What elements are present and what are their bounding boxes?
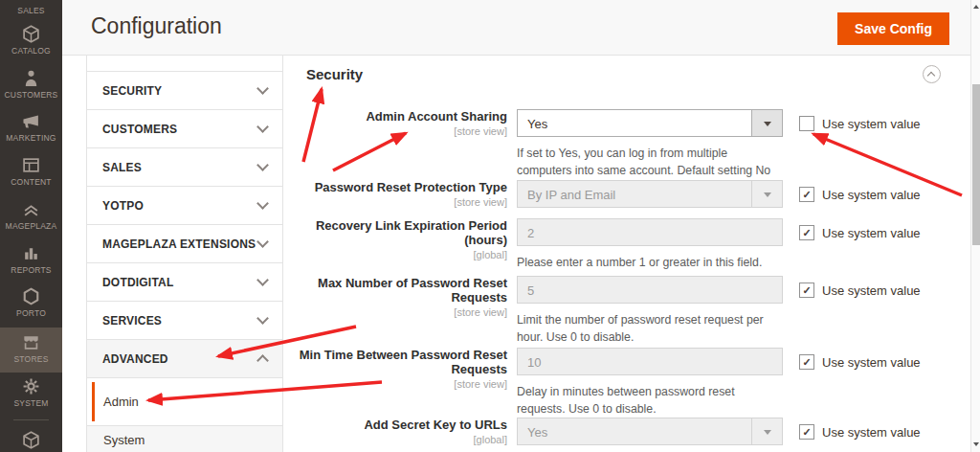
sidebar-item-customers[interactable]: CUSTOMERS	[0, 69, 62, 100]
select-value: Yes	[527, 116, 547, 130]
checkbox-checked[interactable]: ✓	[799, 424, 814, 440]
chevron-down-icon	[256, 197, 269, 210]
admin-account-sharing-select[interactable]: Yes	[517, 109, 783, 137]
config-sections-nav: SECURITY CUSTOMERS SALES YOTPO MAGEPLAZA…	[86, 56, 283, 452]
chevron-up-icon	[256, 354, 269, 367]
checkbox-label: Use system value	[822, 283, 921, 298]
chevron-down-icon	[256, 236, 269, 248]
section-label: DOTDIGITAL	[102, 276, 173, 289]
sidebar-item-label: CONTENT	[0, 177, 62, 187]
use-system-value-toggle[interactable]: ✓ Use system value	[799, 225, 921, 240]
config-section-mageplaza-extensions[interactable]: MAGEPLAZA EXTENSIONS	[87, 225, 282, 263]
max-password-reset-requests-input: 5	[517, 276, 783, 304]
input-value: 10	[527, 354, 541, 369]
mageplaza-icon	[0, 200, 62, 218]
sidebar-item-system[interactable]: SYSTEM	[0, 377, 62, 408]
sidebar-item-label: STORES	[0, 354, 62, 364]
select-value: Yes	[527, 424, 547, 439]
scrollbar-thumb[interactable]	[972, 84, 980, 245]
sidebar-item-reports[interactable]: REPORTS	[0, 244, 62, 275]
chevron-up-icon	[926, 71, 934, 79]
field-label: Password Reset Protection Type	[287, 180, 507, 194]
porto-icon	[0, 287, 62, 305]
config-section-sales[interactable]: SALES	[87, 148, 282, 187]
config-section-yotpo[interactable]: YOTPO	[87, 187, 282, 225]
section-label: YOTPO	[102, 199, 144, 213]
recovery-link-expiration-input: 2	[517, 218, 783, 246]
collapse-section-button[interactable]	[923, 65, 941, 83]
catalog-icon	[0, 25, 62, 43]
input-value: 2	[527, 225, 534, 239]
checkbox-label: Use system value	[822, 355, 921, 370]
caret-down-icon	[764, 122, 771, 126]
checkbox-checked[interactable]: ✓	[799, 282, 814, 298]
sidebar-item-stores[interactable]: STORES	[0, 333, 62, 364]
form-section-title: Security	[306, 66, 363, 82]
stores-icon	[0, 333, 62, 351]
sidebar-item-label: PORTO	[0, 308, 62, 318]
config-section-services[interactable]: SERVICES	[87, 302, 282, 340]
select-arrow-button[interactable]	[751, 110, 782, 136]
checkbox-label: Use system value	[822, 226, 921, 240]
field-scope: [global]	[287, 434, 507, 445]
save-config-button[interactable]: Save Config	[837, 12, 949, 45]
use-system-value-toggle[interactable]: Use system value	[799, 116, 921, 131]
checkbox-unchecked[interactable]	[799, 116, 814, 131]
field-scope: [store view]	[287, 196, 507, 208]
add-secret-key-to-urls-select: Yes	[517, 418, 783, 445]
section-label: SERVICES	[102, 314, 162, 328]
package-icon	[0, 431, 62, 449]
magento-admin-configuration-page: SALES CATALOG CUSTOMERS MARKETING CONTEN	[0, 0, 980, 452]
field-note: Please enter a number 1 or greater in th…	[517, 255, 783, 272]
system-gear-icon	[0, 377, 62, 396]
section-label: MAGEPLAZA EXTENSIONS	[102, 237, 256, 251]
config-section-customers[interactable]: CUSTOMERS	[87, 110, 282, 148]
config-section-security[interactable]: SECURITY	[87, 72, 282, 110]
checkbox-checked[interactable]: ✓	[799, 187, 814, 202]
scroll-up-arrow[interactable]	[972, 3, 980, 12]
customers-icon	[0, 69, 62, 87]
config-nav-partial-row	[87, 56, 282, 72]
use-system-value-toggle[interactable]: ✓ Use system value	[799, 282, 921, 298]
input-value: 5	[527, 282, 534, 297]
subsection-label: System	[103, 433, 145, 447]
config-subsection-admin[interactable]: Admin	[87, 378, 282, 426]
min-time-between-password-resets-input: 10	[517, 348, 783, 375]
checkbox-checked[interactable]: ✓	[799, 225, 814, 240]
sidebar-item-porto[interactable]: PORTO	[0, 287, 62, 318]
use-system-value-toggle[interactable]: ✓ Use system value	[799, 187, 921, 202]
field-note: Limit the number of password reset reque…	[517, 312, 783, 347]
page-header: Configuration Save Config	[62, 0, 970, 56]
sidebar-item-marketing[interactable]: MARKETING	[0, 112, 62, 143]
config-section-dotdigital[interactable]: DOTDIGITAL	[87, 263, 282, 302]
scroll-down-arrow[interactable]	[972, 440, 980, 449]
admin-main-menu: SALES CATALOG CUSTOMERS MARKETING CONTEN	[0, 0, 62, 452]
section-label: SECURITY	[102, 84, 162, 98]
chevron-down-icon	[256, 274, 269, 286]
use-system-value-toggle[interactable]: ✓ Use system value	[799, 424, 921, 440]
config-section-advanced[interactable]: ADVANCED	[87, 340, 282, 378]
sidebar-item-sales[interactable]: SALES	[0, 3, 62, 15]
field-label: Add Secret Key to URLs	[287, 418, 507, 432]
checkbox-label: Use system value	[822, 425, 921, 440]
section-label: ADVANCED	[102, 352, 168, 366]
security-settings-form: Security Admin Account Sharing [store vi…	[287, 56, 970, 452]
field-scope: [store view]	[287, 378, 507, 390]
sidebar-item-mageplaza[interactable]: MAGEPLAZA	[0, 200, 62, 231]
sidebar-item-label: SALES	[0, 6, 62, 15]
sidebar-item-content[interactable]: CONTENT	[0, 156, 62, 187]
sidebar-item-label: REPORTS	[0, 265, 62, 275]
config-subsection-system[interactable]: System	[87, 426, 282, 452]
checkbox-checked[interactable]: ✓	[799, 354, 814, 370]
caret-down-icon	[764, 192, 771, 197]
field-scope: [store view]	[287, 125, 507, 137]
checkbox-label: Use system value	[822, 117, 921, 131]
field-label: Max Number of Password Reset Requests	[287, 276, 507, 305]
field-label: Recovery Link Expiration Period (hours)	[287, 218, 507, 247]
active-item-marker	[92, 382, 95, 421]
sidebar-item-catalog[interactable]: CATALOG	[0, 25, 62, 56]
sidebar-item-extensions[interactable]	[0, 431, 62, 449]
field-label: Admin Account Sharing	[287, 109, 507, 124]
use-system-value-toggle[interactable]: ✓ Use system value	[799, 354, 921, 370]
sidebar-item-label: MAGEPLAZA	[0, 221, 62, 231]
